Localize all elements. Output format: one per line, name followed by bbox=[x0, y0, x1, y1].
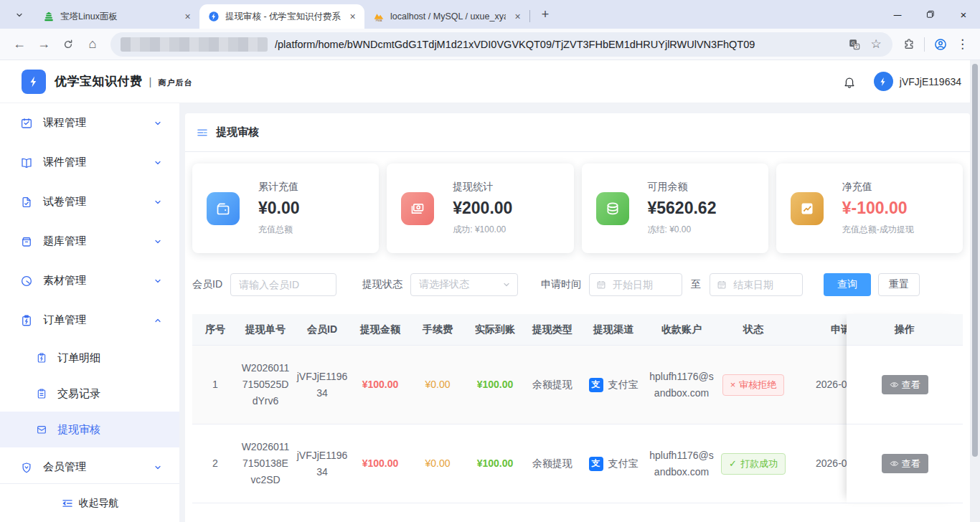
trend-icon bbox=[791, 192, 824, 225]
new-tab-button[interactable]: + bbox=[536, 5, 555, 24]
brand-divider: | bbox=[149, 75, 152, 87]
tab-search-button[interactable] bbox=[9, 4, 30, 26]
lightning-icon bbox=[877, 76, 889, 87]
end-date-input[interactable] bbox=[710, 273, 803, 296]
action-cell: 查看 bbox=[847, 346, 963, 424]
cell-actual-amount: ¥100.00 bbox=[466, 424, 524, 503]
start-date-field[interactable] bbox=[611, 278, 675, 291]
tab-close-button[interactable]: × bbox=[182, 11, 194, 23]
member-icon bbox=[20, 461, 33, 474]
calendar-icon bbox=[596, 280, 606, 290]
avatar bbox=[874, 72, 893, 91]
order-detail-icon bbox=[36, 352, 47, 364]
sidebar-item-7[interactable]: 会员管理 bbox=[0, 447, 179, 483]
stat-value: ¥0.00 bbox=[258, 199, 300, 218]
start-date-input[interactable] bbox=[589, 273, 682, 296]
cell-actual-amount: ¥100.00 bbox=[466, 346, 524, 424]
transaction-icon bbox=[36, 388, 47, 399]
status-label: 打款成功 bbox=[740, 455, 778, 472]
order-icon bbox=[20, 314, 33, 327]
browser-tab[interactable]: 提现审核 - 优学宝知识付费系统× bbox=[199, 4, 364, 29]
reset-button[interactable]: 重置 bbox=[878, 273, 920, 296]
user-menu[interactable]: jVFJjE119634 bbox=[874, 72, 961, 91]
reload-button[interactable] bbox=[56, 32, 80, 57]
url-bar[interactable]: /platform/home/bWNDcmtGdG1TdjM1d21xVDI0V… bbox=[110, 32, 892, 57]
sidebar-item-5[interactable]: 素材管理 bbox=[0, 261, 179, 300]
cell-amount: ¥100.00 bbox=[352, 424, 409, 503]
course-icon bbox=[20, 117, 33, 130]
view-button-label: 查看 bbox=[902, 379, 920, 392]
stat-card-info: 可用余额¥5620.62冻结: ¥0.00 bbox=[648, 181, 717, 236]
menu-kebab-icon[interactable]: ⋮ bbox=[956, 37, 969, 52]
view-button[interactable]: 查看 bbox=[882, 454, 928, 473]
stat-card: 提现统计¥200.00成功: ¥100.00 bbox=[387, 163, 573, 253]
bookmark-star-icon[interactable]: ☆ bbox=[870, 38, 882, 51]
alipay-icon: 支 bbox=[589, 457, 603, 471]
question-bank-icon bbox=[20, 235, 33, 248]
wallet-icon bbox=[207, 192, 240, 225]
browser-tab[interactable]: PMAlocalhost / MySQL / uxue_xya× bbox=[364, 4, 529, 29]
sidebar: 课程管理课件管理试卷管理题库管理素材管理订单管理订单明细交易记录提现审核会员管理… bbox=[0, 103, 179, 522]
view-button[interactable]: 查看 bbox=[882, 375, 928, 394]
end-date-field[interactable] bbox=[732, 278, 796, 291]
stat-label: 提现统计 bbox=[453, 181, 512, 194]
stat-sub: 充值总额 bbox=[258, 224, 300, 236]
cell-withdraw-no: W20260117150525DdYrv6 bbox=[238, 346, 293, 424]
stat-sub: 冻结: ¥0.00 bbox=[648, 224, 717, 236]
column-header: 序号 bbox=[192, 314, 238, 345]
column-header: 提现金额 bbox=[352, 314, 409, 345]
window-close-button[interactable]: × bbox=[947, 0, 980, 29]
window-restore-button[interactable] bbox=[914, 0, 947, 29]
search-button[interactable]: 查询 bbox=[824, 273, 871, 296]
forward-button[interactable]: → bbox=[32, 32, 56, 57]
home-button[interactable]: ⌂ bbox=[80, 32, 105, 57]
chevron-down-icon bbox=[154, 463, 162, 472]
reload-icon bbox=[62, 39, 74, 50]
sidebar-subitem-提现审核[interactable]: 提现审核 bbox=[0, 412, 179, 447]
column-header: 提现类型 bbox=[524, 314, 581, 345]
courseware-icon bbox=[20, 156, 33, 169]
sidebar-subitem-label: 交易记录 bbox=[57, 387, 100, 401]
sidebar-subitem-交易记录[interactable]: 交易记录 bbox=[0, 376, 179, 412]
content-panel: 提现审核 累计充值¥0.00充值总额提现统计¥200.00成功: ¥100.00… bbox=[185, 113, 970, 522]
extensions-icon[interactable] bbox=[903, 38, 915, 51]
member-id-input[interactable] bbox=[230, 273, 336, 296]
window-minimize-button[interactable]: ─ bbox=[881, 0, 914, 29]
cell-withdraw-no: W20260117150138Evc2SD bbox=[238, 424, 293, 503]
sidebar-item-6[interactable]: 订单管理 bbox=[0, 300, 179, 340]
collapse-nav-button[interactable]: 收起导航 bbox=[0, 483, 179, 522]
cell-withdraw-type: 余额提现 bbox=[524, 424, 581, 503]
stat-card-info: 累计充值¥0.00充值总额 bbox=[258, 181, 300, 236]
cell-account: hplufh1176@sandbox.com bbox=[646, 346, 717, 424]
sidebar-item-1[interactable]: 课程管理 bbox=[0, 103, 179, 143]
back-button[interactable]: ← bbox=[7, 32, 32, 57]
toolbar-divider bbox=[924, 37, 925, 52]
sidebar-item-2[interactable]: 课件管理 bbox=[0, 143, 179, 182]
baota-favicon bbox=[43, 11, 55, 22]
apply-time-label: 申请时间 bbox=[541, 278, 581, 291]
status-select[interactable]: 请选择状态 bbox=[410, 273, 518, 296]
browser-toolbar: ← → ⌂ /platform/home/bWNDcmtGdG1TdjM1d21… bbox=[0, 29, 980, 60]
column-header: 实际到账 bbox=[466, 314, 524, 345]
date-range-to: 至 bbox=[691, 278, 701, 291]
page-title: 提现审核 bbox=[216, 125, 259, 139]
sidebar-item-label: 订单管理 bbox=[43, 313, 86, 327]
sidebar-item-label: 题库管理 bbox=[43, 234, 86, 248]
translate-icon[interactable]: G文 bbox=[848, 38, 861, 51]
channel-label: 支付宝 bbox=[608, 376, 639, 393]
sidebar-item-3[interactable]: 试卷管理 bbox=[0, 182, 179, 222]
bell-icon[interactable] bbox=[842, 75, 857, 89]
cash-icon bbox=[401, 192, 434, 225]
tab-close-button[interactable]: × bbox=[512, 11, 524, 23]
withdrawal-table: 序号提现单号会员ID提现金额手续费实际到账提现类型提现渠道收款账户状态申请时间1… bbox=[192, 314, 963, 503]
scrollbar-thumb[interactable] bbox=[972, 64, 978, 457]
restore-icon bbox=[925, 9, 936, 19]
sidebar-subitem-订单明细[interactable]: 订单明细 bbox=[0, 340, 179, 376]
row-index: 2 bbox=[192, 424, 238, 503]
tab-close-button[interactable]: × bbox=[347, 11, 359, 23]
profile-icon[interactable] bbox=[933, 37, 948, 52]
browser-tab[interactable]: 宝塔Linux面板× bbox=[34, 4, 199, 29]
sidebar-item-4[interactable]: 题库管理 bbox=[0, 222, 179, 261]
tab-divider bbox=[529, 10, 530, 22]
window-controls: ─ × bbox=[881, 0, 980, 29]
